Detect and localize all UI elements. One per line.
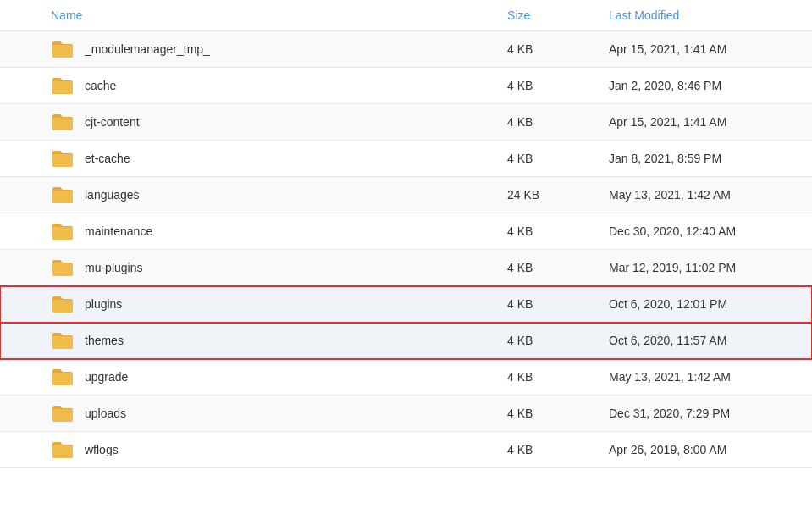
file-size: 4 KB xyxy=(507,261,609,274)
table-row[interactable]: mu-plugins 4 KB Mar 12, 2019, 11:02 PM xyxy=(0,250,812,286)
file-name: cache xyxy=(85,79,116,92)
folder-icon xyxy=(51,185,75,204)
file-date: Apr 15, 2021, 1:41 AM xyxy=(609,42,795,56)
table-row[interactable]: et-cache 4 KB Jan 8, 2021, 8:59 PM xyxy=(0,141,812,177)
table-row[interactable]: cjt-content 4 KB Apr 15, 2021, 1:41 AM xyxy=(0,104,812,141)
file-size: 4 KB xyxy=(507,297,609,311)
file-size: 4 KB xyxy=(507,115,609,129)
last-modified-column-header[interactable]: Last Modified xyxy=(609,8,795,22)
file-name: languages xyxy=(85,188,140,202)
file-size: 4 KB xyxy=(507,79,609,92)
file-date: Mar 12, 2019, 11:02 PM xyxy=(609,261,795,274)
folder-icon xyxy=(51,258,75,277)
file-date: Apr 15, 2021, 1:41 AM xyxy=(609,115,795,129)
file-date: Jan 8, 2021, 8:59 PM xyxy=(609,152,795,165)
folder-icon xyxy=(51,113,75,131)
table-row[interactable]: upgrade 4 KB May 13, 2021, 1:42 AM xyxy=(0,359,812,396)
file-name: wflogs xyxy=(85,443,119,456)
file-size: 4 KB xyxy=(507,152,609,165)
file-size: 4 KB xyxy=(507,407,609,420)
file-name: maintenance xyxy=(85,224,152,238)
file-date: May 13, 2021, 1:42 AM xyxy=(609,370,795,384)
file-size: 4 KB xyxy=(507,443,609,456)
folder-icon xyxy=(51,76,75,95)
file-name: upgrade xyxy=(85,370,128,384)
table-row[interactable]: uploads 4 KB Dec 31, 2020, 7:29 PM xyxy=(0,396,812,432)
file-date: Dec 30, 2020, 12:40 AM xyxy=(609,224,795,238)
file-manager: Name Size Last Modified _modulemanager_t… xyxy=(0,0,812,468)
file-name: plugins xyxy=(85,297,122,311)
file-size: 4 KB xyxy=(507,334,609,347)
file-date: Oct 6, 2020, 11:57 AM xyxy=(609,334,795,347)
name-column-header[interactable]: Name xyxy=(51,8,507,22)
table-row[interactable]: plugins 4 KB Oct 6, 2020, 12:01 PM xyxy=(0,286,812,323)
file-name: mu-plugins xyxy=(85,261,142,274)
file-name: uploads xyxy=(85,407,126,420)
table-row[interactable]: maintenance 4 KB Dec 30, 2020, 12:40 AM xyxy=(0,213,812,250)
file-name: et-cache xyxy=(85,152,130,165)
folder-icon xyxy=(51,404,75,423)
table-header: Name Size Last Modified xyxy=(0,0,812,31)
folder-icon xyxy=(51,440,75,459)
file-size: 4 KB xyxy=(507,224,609,238)
file-size: 4 KB xyxy=(507,42,609,56)
table-row[interactable]: cache 4 KB Jan 2, 2020, 8:46 PM xyxy=(0,68,812,104)
folder-icon xyxy=(51,40,75,58)
folder-icon xyxy=(51,295,75,313)
size-column-header[interactable]: Size xyxy=(507,8,609,22)
file-date: Oct 6, 2020, 12:01 PM xyxy=(609,297,795,311)
table-row[interactable]: _modulemanager_tmp_ 4 KB Apr 15, 2021, 1… xyxy=(0,31,812,68)
file-date: Jan 2, 2020, 8:46 PM xyxy=(609,79,795,92)
file-size: 4 KB xyxy=(507,370,609,384)
folder-icon xyxy=(51,368,75,386)
file-name: _modulemanager_tmp_ xyxy=(85,42,210,56)
folder-icon xyxy=(51,149,75,168)
file-date: Dec 31, 2020, 7:29 PM xyxy=(609,407,795,420)
folder-icon xyxy=(51,222,75,241)
file-list: _modulemanager_tmp_ 4 KB Apr 15, 2021, 1… xyxy=(0,31,812,468)
file-size: 24 KB xyxy=(507,188,609,202)
table-row[interactable]: wflogs 4 KB Apr 26, 2019, 8:00 AM xyxy=(0,432,812,468)
file-name: themes xyxy=(85,334,124,347)
table-row[interactable]: themes 4 KB Oct 6, 2020, 11:57 AM xyxy=(0,323,812,359)
table-row[interactable]: languages 24 KB May 13, 2021, 1:42 AM xyxy=(0,177,812,213)
file-name: cjt-content xyxy=(85,115,140,129)
folder-icon xyxy=(51,331,75,350)
file-date: Apr 26, 2019, 8:00 AM xyxy=(609,443,795,456)
file-date: May 13, 2021, 1:42 AM xyxy=(609,188,795,202)
